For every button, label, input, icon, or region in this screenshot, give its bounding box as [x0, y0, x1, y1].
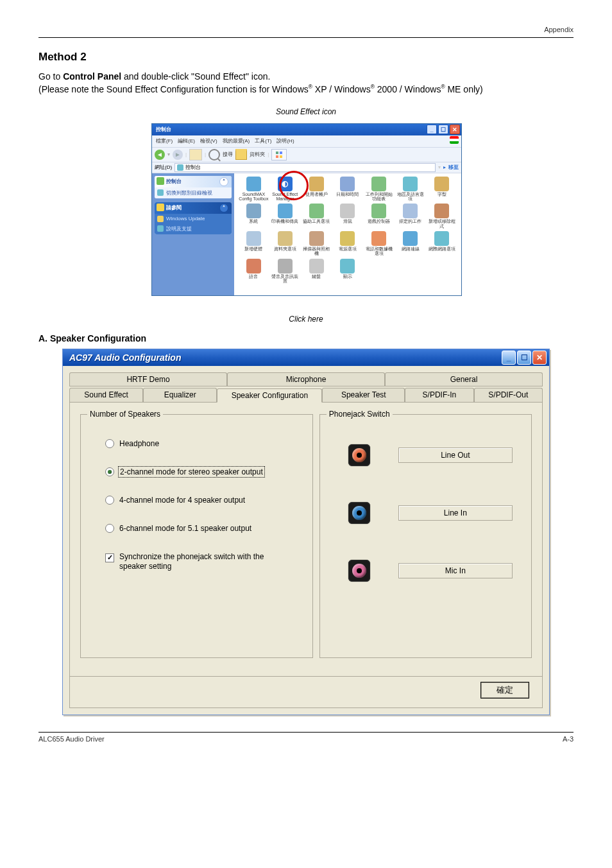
address-icon [177, 164, 183, 171]
cp-icon-item[interactable]: 字型 [426, 176, 457, 202]
cp-icon-item[interactable]: 網際網路選項 [426, 230, 457, 257]
cp-item-icon [371, 231, 386, 246]
cp-icon-item[interactable]: 資料夾選項 [269, 230, 301, 257]
cp-icon-item[interactable]: 電源選項 [332, 230, 364, 257]
view-button[interactable] [271, 149, 287, 161]
tab-sound-effect[interactable]: Sound Effect [69, 388, 143, 402]
cp-icon-item[interactable]: 顯示 [332, 258, 364, 284]
cp-item-icon [340, 259, 355, 273]
ok-button[interactable]: 確定 [480, 682, 529, 699]
search-icon[interactable] [208, 149, 220, 161]
tab-microphone[interactable]: Microphone [227, 372, 385, 386]
tab-hrtf-demo[interactable]: HRTF Demo [69, 372, 227, 386]
menu-tools[interactable]: 工具(T) [255, 137, 271, 144]
tab-spdif-out[interactable]: S/PDIF-Out [474, 388, 543, 402]
switch-category-view[interactable]: 切換到類別目錄檢視 [155, 187, 232, 198]
tab-general[interactable]: General [385, 372, 543, 386]
footer: ALC655 Audio Driver A-3 [38, 732, 574, 743]
item-icon [157, 225, 164, 232]
back-button[interactable]: ◄ [155, 150, 165, 160]
speaker-mode-radio[interactable]: 4-channel mode for 4 speaker output [105, 496, 303, 505]
cp-icon-item[interactable]: 新增硬體 [238, 230, 269, 257]
speaker-mode-radio[interactable]: 6-channel mode for 5.1 speaker output [105, 524, 303, 533]
cp-item-label: 新增硬體 [244, 247, 262, 251]
cp-icon-item[interactable]: 日期和時間 [332, 176, 364, 202]
phonejack-row: Line Out [348, 444, 522, 466]
cp-panel-seealso: 請參閱 ˄ Windows Update 說明及支援 [155, 202, 232, 234]
cp-icon-item[interactable]: 使用者帳戶 [301, 176, 332, 202]
phonejack-label[interactable]: Line In [398, 505, 513, 521]
cp-icon-item[interactable]: 網路連線 [395, 230, 426, 257]
cp-icon-item[interactable]: 地區及語言選項 [395, 176, 426, 202]
cp-item-label: SoundMAX Config Toolbox [238, 192, 269, 202]
windows-update-link[interactable]: Windows Update [155, 214, 232, 223]
phonejack-label[interactable]: Line Out [398, 447, 513, 463]
cp-icon-item[interactable]: 滑鼠 [332, 203, 364, 229]
phonejack-icon[interactable] [348, 560, 370, 582]
cp-item-label: 鍵盤 [312, 274, 321, 279]
cp-icon-item[interactable]: 工作列和開始功能表 [363, 176, 395, 202]
close-button[interactable]: ✕ [532, 351, 547, 365]
menu-edit[interactable]: 編輯(E) [178, 137, 195, 144]
menu-view[interactable]: 檢視(V) [200, 137, 217, 144]
cp-icon-item[interactable]: 印表機和傳真 [269, 203, 301, 229]
cp-icon-item[interactable]: 排定的工作 [395, 203, 426, 229]
cp-item-label: 使用者帳戶 [305, 192, 328, 196]
cp-item-label: Sound Effect Manager [269, 192, 301, 202]
folders-icon[interactable] [235, 149, 247, 160]
cp-item-icon [434, 231, 449, 246]
maximize-button[interactable]: ☐ [517, 351, 531, 365]
cp-icon-item[interactable]: 協助工具選項 [301, 203, 332, 229]
tab-equalizer[interactable]: Equalizer [143, 388, 217, 402]
cp-icon-item[interactable]: 聲音及音訊裝置 [269, 258, 301, 284]
tab-spdif-in[interactable]: S/PDIF-In [405, 388, 473, 402]
phonejack-icon[interactable] [348, 502, 370, 524]
cp-item-icon [246, 259, 261, 273]
cp-icon-item[interactable]: 掃描器與照相機 [301, 230, 332, 257]
cp-item-label: 新增或移除程式 [426, 219, 457, 229]
maximize-button[interactable]: ☐ [438, 125, 448, 134]
address-field[interactable]: 控制台 [174, 163, 436, 172]
minimize-button[interactable]: _ [502, 351, 516, 365]
cp-item-icon [340, 204, 355, 218]
cp-item-icon [434, 177, 449, 191]
tab-speaker-configuration[interactable]: Speaker Configuration [217, 388, 322, 403]
tab-speaker-test[interactable]: Speaker Test [322, 388, 405, 402]
speaker-mode-radio[interactable]: 2-channel mode for stereo speaker output [105, 467, 303, 476]
folders-label[interactable]: 資料夾 [250, 151, 265, 158]
cp-icon-item[interactable]: SoundMAX Config Toolbox [238, 176, 269, 202]
forward-button[interactable]: ► [173, 150, 183, 160]
help-support-link[interactable]: 說明及支援 [155, 223, 232, 234]
cp-item-icon [371, 177, 386, 191]
cp-icon-item[interactable]: 電話和數據機選項 [363, 230, 395, 257]
cp-item-icon [403, 231, 418, 246]
cp-icon-item[interactable]: 系統 [238, 203, 269, 229]
ac-tabs-top-row: HRTF Demo Microphone General [69, 372, 543, 386]
collapse-icon[interactable]: ˄ [219, 177, 228, 186]
menu-file[interactable]: 檔案(F) [156, 137, 173, 144]
item-icon [157, 189, 164, 196]
menu-favorites[interactable]: 我的最愛(A) [223, 137, 250, 144]
radio-label: 6-channel mode for 5.1 speaker output [119, 524, 251, 533]
ac-window-title: AC97 Audio Configuration [69, 352, 181, 363]
cp-icon-item[interactable]: 語音 [238, 258, 269, 284]
sync-phonejack-checkbox[interactable]: ✓ Synchronize the phonejack switch with … [105, 552, 285, 572]
up-button[interactable] [189, 149, 202, 161]
cp-icon-item[interactable]: 鍵盤 [301, 258, 332, 284]
phonejack-icon[interactable] [348, 444, 370, 466]
header-right: Appendix [544, 26, 574, 33]
menu-help[interactable]: 說明(H) [276, 137, 294, 144]
cp-icon-item[interactable]: 遊戲控制器 [363, 203, 395, 229]
go-button[interactable]: 移至 [448, 164, 459, 171]
close-button[interactable]: ✕ [450, 125, 460, 134]
minimize-button[interactable]: _ [427, 125, 437, 134]
speaker-mode-radio[interactable]: Headphone [105, 439, 303, 448]
cp-toolbar: ◄ ▾ ► | | 搜尋 資料夾 | [152, 147, 461, 162]
cp-icon-item[interactable]: ◐Sound Effect Manager [269, 176, 301, 202]
search-label[interactable]: 搜尋 [223, 151, 233, 158]
cp-icon-item[interactable]: 新增或移除程式 [426, 203, 457, 229]
phonejack-label[interactable]: Mic In [398, 563, 513, 578]
radio-icon [105, 467, 114, 476]
collapse-icon[interactable]: ˄ [219, 204, 228, 213]
address-label: 網址(D) [155, 164, 172, 171]
